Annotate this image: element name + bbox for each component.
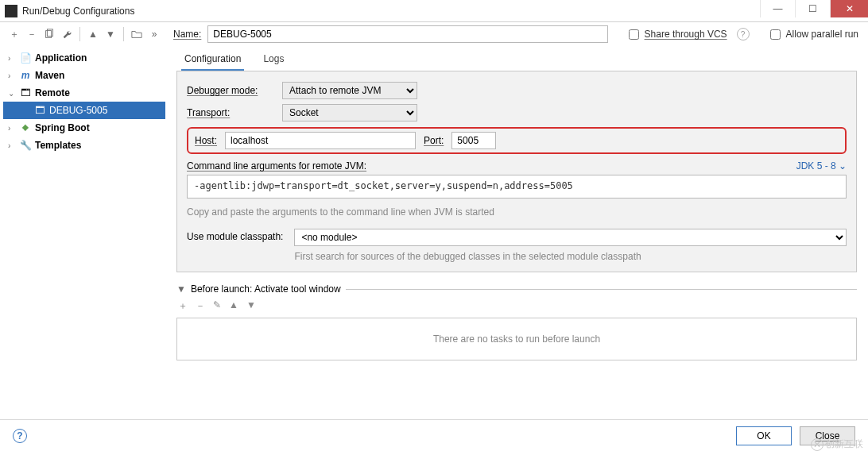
- parallel-run-checkbox[interactable]: Allow parallel run: [767, 27, 858, 42]
- window-title: Run/Debug Configurations: [22, 6, 134, 17]
- wrench-icon[interactable]: [60, 28, 73, 40]
- task-down-icon: ▼: [246, 299, 256, 313]
- tree-item-maven[interactable]: ›mMaven: [3, 67, 165, 84]
- tree-item-remote[interactable]: ⌄🗔Remote: [3, 84, 165, 102]
- tab-bar: Configuration Logs: [176, 49, 857, 71]
- name-label: Name:: [173, 29, 201, 40]
- task-up-icon: ▲: [229, 299, 238, 313]
- tree-item-application[interactable]: ›📄Application: [3, 49, 165, 67]
- cmd-args-box[interactable]: -agentlib:jdwp=transport=dt_socket,serve…: [187, 175, 847, 199]
- help-icon[interactable]: ?: [737, 28, 750, 40]
- host-port-highlight: Host: Port:: [187, 127, 847, 154]
- remove-task-icon: －: [196, 299, 205, 313]
- tasks-list: There are no tasks to run before launch: [176, 318, 857, 360]
- watermark: ✕ 创新互联: [811, 438, 863, 451]
- help-button[interactable]: ?: [13, 429, 27, 443]
- debugger-mode-select[interactable]: Attach to remote JVM: [282, 82, 417, 99]
- cmd-hint: Copy and paste the arguments to the comm…: [187, 206, 847, 218]
- minimize-button[interactable]: —: [760, 0, 795, 17]
- maximize-button[interactable]: ☐: [795, 0, 830, 17]
- jdk-version-link[interactable]: JDK 5 - 8 ⌄: [796, 160, 847, 172]
- collapse-icon[interactable]: ▼: [176, 283, 186, 295]
- configuration-panel: Debugger mode: Attach to remote JVM Tran…: [176, 71, 857, 272]
- copy-config-icon[interactable]: [43, 28, 56, 40]
- expand-icon[interactable]: »: [148, 28, 161, 40]
- port-input[interactable]: [451, 132, 496, 149]
- config-tree: ›📄Application ›mMaven ⌄🗔Remote 🗔DEBUG-50…: [0, 46, 165, 419]
- tree-item-templates[interactable]: ›🔧Templates: [3, 137, 165, 154]
- share-vcs-checkbox[interactable]: Share through VCS: [626, 27, 727, 42]
- dialog-footer: ? OK Close: [0, 419, 868, 451]
- add-task-icon[interactable]: ＋: [178, 299, 188, 313]
- tree-item-debug-5005[interactable]: 🗔DEBUG-5005: [3, 102, 165, 119]
- move-up-icon[interactable]: ▲: [87, 28, 99, 40]
- remove-config-icon[interactable]: －: [25, 28, 38, 40]
- tab-configuration[interactable]: Configuration: [181, 48, 244, 71]
- move-down-icon[interactable]: ▼: [104, 28, 117, 40]
- tab-logs[interactable]: Logs: [260, 48, 287, 71]
- tree-item-spring-boot[interactable]: ›⯁Spring Boot: [3, 119, 165, 137]
- before-launch-title: Before launch: Activate tool window: [191, 283, 341, 295]
- no-tasks-text: There are no tasks to run before launch: [433, 333, 600, 345]
- module-classpath-select[interactable]: <no module>: [294, 229, 847, 246]
- edit-task-icon: ✎: [213, 299, 221, 313]
- add-config-icon[interactable]: ＋: [8, 28, 21, 40]
- module-hint: First search for sources of the debugged…: [294, 251, 847, 262]
- cmd-args-label: Command line arguments for remote JVM:: [187, 160, 366, 172]
- close-window-button[interactable]: ✕: [830, 0, 868, 17]
- config-toolbar: ＋ － ▲ ▼ »: [8, 27, 173, 41]
- transport-label: Transport:: [187, 107, 274, 118]
- debugger-mode-label: Debugger mode:: [187, 85, 274, 96]
- before-launch-section: ▼ Before launch: Activate tool window ＋ …: [176, 283, 857, 360]
- ok-button[interactable]: OK: [736, 426, 792, 445]
- app-icon: [5, 5, 17, 17]
- module-classpath-label: Use module classpath:: [187, 229, 283, 242]
- host-label: Host:: [195, 135, 217, 146]
- title-bar: Run/Debug Configurations — ☐ ✕: [0, 0, 868, 22]
- folder-icon[interactable]: [130, 28, 143, 40]
- transport-select[interactable]: Socket: [282, 104, 417, 121]
- name-input[interactable]: [207, 25, 607, 43]
- port-label: Port:: [424, 135, 444, 146]
- host-input[interactable]: [225, 132, 416, 149]
